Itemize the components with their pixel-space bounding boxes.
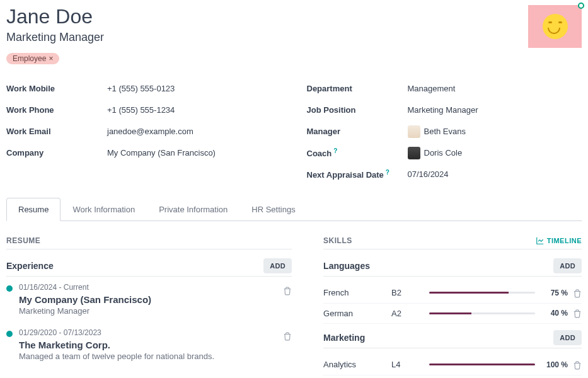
timeline-dot-icon [6,285,13,292]
work-phone-label: Work Phone [6,105,107,116]
tabs: Resume Work Information Private Informat… [6,198,582,221]
skill-name: Analytics [323,360,386,369]
work-mobile-value[interactable]: +1 (555) 555-0123 [107,84,175,94]
skill-row[interactable]: German A2 40 % [323,304,582,324]
skill-percent: 40 % [540,309,568,318]
work-email-value[interactable]: janedoe@example.com [107,127,193,137]
add-language-button[interactable]: ADD [553,258,582,273]
skill-row[interactable]: Digital advertisi... L4 100 % [323,375,582,378]
online-status-icon [578,3,584,9]
experience-heading: Experience [6,261,54,271]
delete-icon[interactable] [573,288,582,298]
manager-avatar [408,125,420,138]
profile-image[interactable] [528,5,582,48]
next-appraisal-value[interactable]: 07/16/2024 [408,169,449,180]
manager-name: Beth Evans [424,127,466,137]
skill-level: L4 [391,360,424,369]
employee-tag[interactable]: Employee × [6,53,59,64]
tab-work-information[interactable]: Work Information [61,198,147,221]
department-value[interactable]: Management [408,84,456,94]
skill-row[interactable]: Analytics L4 100 % [323,355,582,375]
work-phone-value[interactable]: +1 (555) 555-1234 [107,105,175,116]
experience-role: Managed a team of twelve people for nati… [19,352,292,361]
coach-avatar [408,147,420,159]
company-value[interactable]: My Company (San Francisco) [107,148,216,159]
experience-dates: 01/16/2024 - Current [19,283,292,292]
help-icon[interactable]: ? [333,147,337,154]
experience-dates: 01/29/2020 - 07/13/2023 [19,328,292,337]
add-experience-button[interactable]: ADD [263,258,292,273]
tab-resume[interactable]: Resume [6,198,61,221]
coach-name: Doris Cole [424,148,463,159]
timeline-dot-icon [6,331,13,337]
tag-remove-icon[interactable]: × [49,54,53,63]
delete-icon[interactable] [573,309,582,319]
skill-name: French [323,288,386,297]
tab-private-information[interactable]: Private Information [147,198,239,221]
chart-icon [536,236,545,245]
languages-heading: Languages [323,261,370,271]
delete-icon[interactable] [283,285,292,295]
manager-label: Manager [307,127,408,137]
job-title[interactable]: Marketing Manager [6,31,582,44]
resume-heading: RESUME [6,236,292,249]
experience-role: Marketing Manager [19,306,292,316]
coach-label: Coach? [307,147,408,159]
timeline-button[interactable]: TIMELINE [536,236,582,245]
skill-progress [429,292,535,294]
skill-percent: 75 % [540,289,568,297]
work-email-label: Work Email [6,127,107,137]
manager-value[interactable]: Beth Evans [408,125,466,138]
add-marketing-skill-button[interactable]: ADD [553,330,582,345]
skills-heading: SKILLS TIMELINE [323,236,582,249]
work-mobile-label: Work Mobile [6,84,107,94]
position-value[interactable]: Marketing Manager [408,105,478,116]
next-appraisal-label: Next Appraisal Date? [307,168,408,181]
skill-progress [429,312,535,314]
department-label: Department [307,84,408,94]
experience-company: The Marketing Corp. [19,340,292,350]
experience-company: My Company (San Francisco) [19,294,292,305]
skill-progress [429,364,535,365]
marketing-heading: Marketing [323,333,365,343]
employee-name[interactable]: Jane Doe [6,5,582,28]
avatar-emoji-face [543,14,568,39]
tab-hr-settings[interactable]: HR Settings [239,198,307,221]
skill-level: B2 [391,288,424,297]
skill-row[interactable]: French B2 75 % [323,283,582,304]
coach-value[interactable]: Doris Cole [408,147,463,159]
experience-item[interactable]: 01/29/2020 - 07/13/2023 The Marketing Co… [6,328,292,361]
delete-icon[interactable] [573,360,582,370]
experience-item[interactable]: 01/16/2024 - Current My Company (San Fra… [6,283,292,316]
skill-percent: 100 % [540,360,568,369]
help-icon[interactable]: ? [386,169,389,176]
position-label: Job Position [307,105,408,116]
skill-name: German [323,309,386,318]
delete-icon[interactable] [283,331,292,341]
tag-label: Employee [13,54,46,63]
company-label: Company [6,148,107,159]
skill-level: A2 [391,309,424,318]
